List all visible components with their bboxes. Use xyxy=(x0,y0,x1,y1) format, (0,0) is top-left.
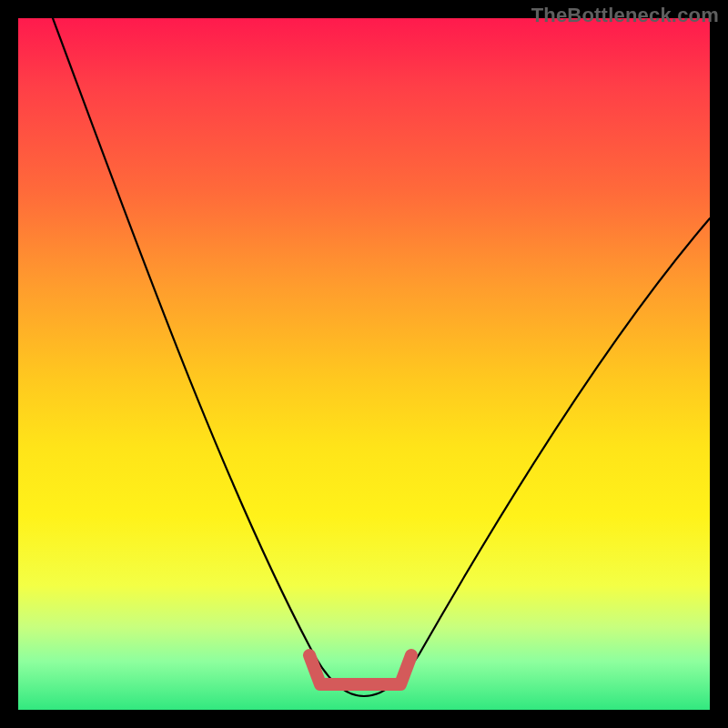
plot-area xyxy=(18,18,710,710)
curve-layer xyxy=(18,18,710,710)
bottleneck-curve xyxy=(53,18,710,696)
watermark-text: TheBottleneck.com xyxy=(531,4,719,27)
optimal-flat-zone xyxy=(309,655,411,684)
chart-frame: TheBottleneck.com xyxy=(0,0,728,728)
